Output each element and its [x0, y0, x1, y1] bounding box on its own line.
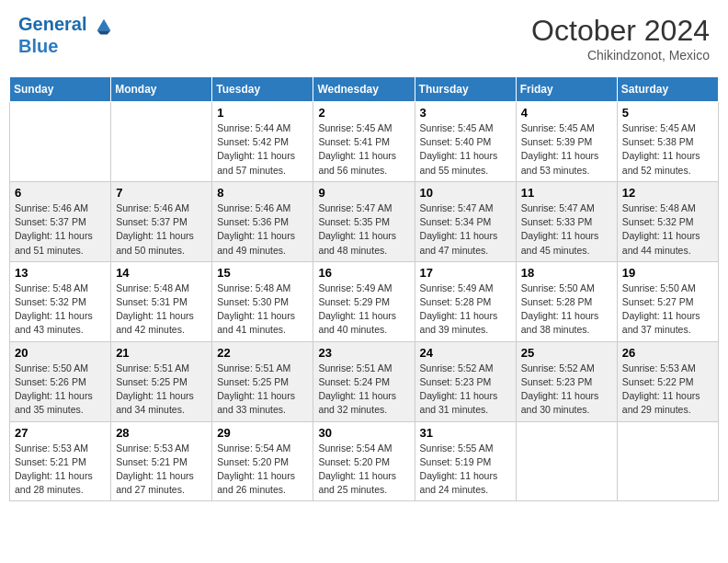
day-number: 11 — [521, 186, 612, 200]
day-number: 28 — [116, 426, 207, 440]
day-number: 10 — [420, 186, 511, 200]
day-number: 13 — [15, 266, 106, 280]
calendar-cell — [111, 102, 212, 182]
day-number: 2 — [318, 106, 409, 120]
day-number: 6 — [15, 186, 106, 200]
svg-marker-1 — [97, 30, 111, 34]
day-number: 15 — [217, 266, 308, 280]
logo-text: General — [18, 14, 114, 36]
day-number: 7 — [116, 186, 207, 200]
day-number: 23 — [318, 346, 409, 360]
day-number: 27 — [15, 426, 106, 440]
weekday-header: Thursday — [415, 77, 516, 102]
day-info: Sunrise: 5:46 AMSunset: 5:36 PMDaylight:… — [217, 202, 295, 256]
calendar-cell: 9 Sunrise: 5:47 AMSunset: 5:35 PMDayligh… — [313, 181, 415, 261]
calendar-cell: 5 Sunrise: 5:45 AMSunset: 5:38 PMDayligh… — [617, 102, 718, 182]
day-info: Sunrise: 5:54 AMSunset: 5:20 PMDaylight:… — [318, 442, 396, 496]
calendar-cell: 1 Sunrise: 5:44 AMSunset: 5:42 PMDayligh… — [212, 102, 313, 182]
day-info: Sunrise: 5:45 AMSunset: 5:41 PMDaylight:… — [318, 122, 396, 176]
calendar-row: 27 Sunrise: 5:53 AMSunset: 5:21 PMDaylig… — [10, 421, 719, 501]
calendar-cell — [617, 421, 718, 501]
calendar-cell: 28 Sunrise: 5:53 AMSunset: 5:21 PMDaylig… — [111, 421, 212, 501]
month-title: October 2024 — [531, 14, 710, 48]
day-info: Sunrise: 5:46 AMSunset: 5:37 PMDaylight:… — [15, 202, 93, 256]
day-info: Sunrise: 5:47 AMSunset: 5:33 PMDaylight:… — [521, 202, 599, 256]
calendar-cell: 7 Sunrise: 5:46 AMSunset: 5:37 PMDayligh… — [111, 181, 212, 261]
page-header: General Blue October 2024 Chikindzonot, … — [9, 9, 719, 67]
day-info: Sunrise: 5:51 AMSunset: 5:25 PMDaylight:… — [217, 362, 295, 416]
calendar-cell: 3 Sunrise: 5:45 AMSunset: 5:40 PMDayligh… — [415, 102, 516, 182]
calendar-cell: 23 Sunrise: 5:51 AMSunset: 5:24 PMDaylig… — [313, 341, 415, 421]
day-number: 20 — [15, 346, 106, 360]
weekday-header: Tuesday — [212, 77, 313, 102]
day-info: Sunrise: 5:53 AMSunset: 5:21 PMDaylight:… — [15, 442, 93, 496]
day-info: Sunrise: 5:49 AMSunset: 5:28 PMDaylight:… — [420, 282, 498, 336]
calendar-cell: 6 Sunrise: 5:46 AMSunset: 5:37 PMDayligh… — [10, 181, 111, 261]
day-info: Sunrise: 5:45 AMSunset: 5:39 PMDaylight:… — [521, 122, 599, 176]
day-number: 12 — [622, 186, 713, 200]
calendar-cell: 14 Sunrise: 5:48 AMSunset: 5:31 PMDaylig… — [111, 261, 212, 341]
day-number: 25 — [521, 346, 612, 360]
calendar-cell: 11 Sunrise: 5:47 AMSunset: 5:33 PMDaylig… — [516, 181, 617, 261]
calendar-cell: 24 Sunrise: 5:52 AMSunset: 5:23 PMDaylig… — [415, 341, 516, 421]
day-number: 3 — [420, 106, 511, 120]
day-info: Sunrise: 5:52 AMSunset: 5:23 PMDaylight:… — [420, 362, 498, 416]
day-number: 14 — [116, 266, 207, 280]
day-number: 30 — [318, 426, 409, 440]
day-info: Sunrise: 5:50 AMSunset: 5:28 PMDaylight:… — [521, 282, 599, 336]
calendar-cell: 16 Sunrise: 5:49 AMSunset: 5:29 PMDaylig… — [313, 261, 415, 341]
day-number: 5 — [622, 106, 713, 120]
calendar-cell: 30 Sunrise: 5:54 AMSunset: 5:20 PMDaylig… — [313, 421, 415, 501]
day-number: 18 — [521, 266, 612, 280]
day-info: Sunrise: 5:53 AMSunset: 5:21 PMDaylight:… — [116, 442, 194, 496]
calendar-cell: 17 Sunrise: 5:49 AMSunset: 5:28 PMDaylig… — [415, 261, 516, 341]
day-info: Sunrise: 5:45 AMSunset: 5:38 PMDaylight:… — [622, 122, 700, 176]
day-info: Sunrise: 5:45 AMSunset: 5:40 PMDaylight:… — [420, 122, 498, 176]
calendar-cell: 13 Sunrise: 5:48 AMSunset: 5:32 PMDaylig… — [10, 261, 111, 341]
calendar-cell: 8 Sunrise: 5:46 AMSunset: 5:36 PMDayligh… — [212, 181, 313, 261]
day-info: Sunrise: 5:54 AMSunset: 5:20 PMDaylight:… — [217, 442, 295, 496]
calendar-cell: 26 Sunrise: 5:53 AMSunset: 5:22 PMDaylig… — [617, 341, 718, 421]
day-info: Sunrise: 5:48 AMSunset: 5:32 PMDaylight:… — [622, 202, 700, 256]
day-number: 9 — [318, 186, 409, 200]
day-number: 21 — [116, 346, 207, 360]
calendar-cell: 18 Sunrise: 5:50 AMSunset: 5:28 PMDaylig… — [516, 261, 617, 341]
day-info: Sunrise: 5:48 AMSunset: 5:30 PMDaylight:… — [217, 282, 295, 336]
day-info: Sunrise: 5:44 AMSunset: 5:42 PMDaylight:… — [217, 122, 295, 176]
svg-marker-0 — [97, 18, 111, 29]
calendar-cell: 21 Sunrise: 5:51 AMSunset: 5:25 PMDaylig… — [111, 341, 212, 421]
calendar-cell: 2 Sunrise: 5:45 AMSunset: 5:41 PMDayligh… — [313, 102, 415, 182]
day-info: Sunrise: 5:50 AMSunset: 5:26 PMDaylight:… — [15, 362, 93, 416]
calendar-cell: 27 Sunrise: 5:53 AMSunset: 5:21 PMDaylig… — [10, 421, 111, 501]
calendar-cell: 29 Sunrise: 5:54 AMSunset: 5:20 PMDaylig… — [212, 421, 313, 501]
day-info: Sunrise: 5:51 AMSunset: 5:25 PMDaylight:… — [116, 362, 194, 416]
calendar-cell: 22 Sunrise: 5:51 AMSunset: 5:25 PMDaylig… — [212, 341, 313, 421]
day-number: 16 — [318, 266, 409, 280]
calendar-cell — [10, 102, 111, 182]
weekday-header: Friday — [516, 77, 617, 102]
weekday-header: Saturday — [617, 77, 718, 102]
day-number: 31 — [420, 426, 511, 440]
day-info: Sunrise: 5:51 AMSunset: 5:24 PMDaylight:… — [318, 362, 396, 416]
day-info: Sunrise: 5:53 AMSunset: 5:22 PMDaylight:… — [622, 362, 700, 416]
logo-blue: Blue — [18, 36, 114, 56]
weekday-header: Sunday — [10, 77, 111, 102]
location: Chikindzonot, Mexico — [531, 48, 710, 63]
calendar-cell: 15 Sunrise: 5:48 AMSunset: 5:30 PMDaylig… — [212, 261, 313, 341]
calendar-cell: 19 Sunrise: 5:50 AMSunset: 5:27 PMDaylig… — [617, 261, 718, 341]
day-info: Sunrise: 5:46 AMSunset: 5:37 PMDaylight:… — [116, 202, 194, 256]
logo-icon — [94, 16, 114, 36]
calendar-cell: 4 Sunrise: 5:45 AMSunset: 5:39 PMDayligh… — [516, 102, 617, 182]
calendar-row: 20 Sunrise: 5:50 AMSunset: 5:26 PMDaylig… — [10, 341, 719, 421]
calendar-cell: 20 Sunrise: 5:50 AMSunset: 5:26 PMDaylig… — [10, 341, 111, 421]
calendar-cell: 10 Sunrise: 5:47 AMSunset: 5:34 PMDaylig… — [415, 181, 516, 261]
day-number: 1 — [217, 106, 308, 120]
day-number: 24 — [420, 346, 511, 360]
title-block: October 2024 Chikindzonot, Mexico — [531, 14, 710, 63]
day-number: 29 — [217, 426, 308, 440]
day-info: Sunrise: 5:48 AMSunset: 5:32 PMDaylight:… — [15, 282, 93, 336]
calendar-cell: 31 Sunrise: 5:55 AMSunset: 5:19 PMDaylig… — [415, 421, 516, 501]
day-info: Sunrise: 5:48 AMSunset: 5:31 PMDaylight:… — [116, 282, 194, 336]
calendar-row: 6 Sunrise: 5:46 AMSunset: 5:37 PMDayligh… — [10, 181, 719, 261]
day-number: 8 — [217, 186, 308, 200]
